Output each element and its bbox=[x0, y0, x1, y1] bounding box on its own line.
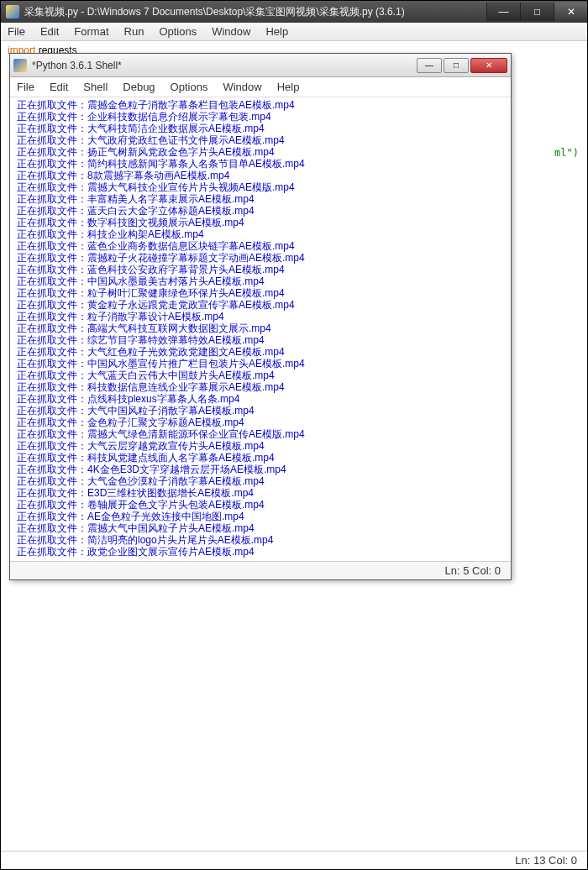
shell-menubar: FileEditShellDebugOptionsWindowHelp bbox=[10, 77, 511, 97]
output-line: 正在抓取文件：丰富精美人名字幕束展示AE模板.mp4 bbox=[17, 193, 504, 205]
shell-minimize-button[interactable]: — bbox=[417, 58, 442, 73]
output-prefix: 正在抓取文件： bbox=[17, 464, 87, 475]
output-line: 正在抓取文件：大气金色沙漠粒子消散字幕AE模板.mp4 bbox=[17, 475, 504, 487]
output-filename: 大气蓝天白云伟大中国鼓片头AE模板.mp4 bbox=[87, 369, 275, 381]
output-filename: AE金色粒子光效连接中国地图.mp4 bbox=[87, 511, 244, 522]
output-prefix: 正在抓取文件： bbox=[17, 193, 87, 205]
output-line: 正在抓取文件：震撼大气科技企业宣传片片头视频AE模版.mp4 bbox=[17, 181, 504, 193]
output-filename: 粒子树叶汇聚健康绿色环保片头AE模板.mp4 bbox=[87, 287, 285, 299]
output-line: 正在抓取文件：震撼大气中国风粒子片头AE模板.mp4 bbox=[17, 522, 504, 534]
output-prefix: 正在抓取文件： bbox=[17, 334, 87, 346]
output-line: 正在抓取文件：大气云层穿越党政宣传片头AE模板.mp4 bbox=[17, 440, 504, 452]
menu-window[interactable]: Window bbox=[212, 25, 250, 38]
output-line: 正在抓取文件：粒子树叶汇聚健康绿色环保片头AE模板.mp4 bbox=[17, 287, 504, 299]
shell-close-button[interactable]: ✕ bbox=[470, 58, 507, 73]
output-prefix: 正在抓取文件： bbox=[17, 358, 87, 369]
shell-cursor-position: Ln: 5 Col: 0 bbox=[445, 564, 501, 577]
shell-titlebar[interactable]: *Python 3.6.1 Shell* — □ ✕ bbox=[10, 54, 511, 77]
output-filename: 企业科技数据信息介绍展示字幕包装.mp4 bbox=[87, 111, 271, 123]
output-prefix: 正在抓取文件： bbox=[17, 252, 87, 264]
close-button[interactable]: ✕ bbox=[554, 3, 587, 21]
output-filename: 8款震撼字幕条动画AE模板.mp4 bbox=[87, 170, 229, 181]
shell-menu-shell[interactable]: Shell bbox=[83, 81, 108, 93]
output-filename: 蓝色科技公安政府字幕背景片头AE模板.mp4 bbox=[87, 264, 285, 275]
editor-partial-text: ml") bbox=[554, 147, 579, 159]
output-prefix: 正在抓取文件： bbox=[17, 134, 87, 146]
output-filename: 震撼大气中国风粒子片头AE模板.mp4 bbox=[87, 522, 255, 534]
shell-output-area[interactable]: 正在抓取文件：震撼金色粒子消散字幕条栏目包装AE模板.mp4正在抓取文件：企业科… bbox=[10, 97, 511, 561]
output-filename: 高端大气科技互联网大数据图文展示.mp4 bbox=[87, 322, 271, 334]
output-prefix: 正在抓取文件： bbox=[17, 205, 87, 217]
output-line: 正在抓取文件：蓝天白云大金字立体标题AE模板.mp4 bbox=[17, 205, 504, 217]
output-line: 正在抓取文件：简约科技感新闻字幕条人名条节目单AE模板.mp4 bbox=[17, 158, 504, 170]
output-prefix: 正在抓取文件： bbox=[17, 111, 87, 123]
output-filename: 震撼大气绿色清新能源环保企业宣传AE模版.mp4 bbox=[87, 428, 305, 440]
shell-menu-file[interactable]: File bbox=[17, 81, 34, 93]
menu-format[interactable]: Format bbox=[74, 25, 108, 38]
window-buttons: — □ ✕ bbox=[486, 3, 587, 21]
maximize-button[interactable]: □ bbox=[520, 3, 554, 21]
output-prefix: 正在抓取文件： bbox=[17, 322, 87, 334]
output-line: 正在抓取文件：大气政府党政红色证书文件展示AE模板.mp4 bbox=[17, 134, 504, 146]
output-prefix: 正在抓取文件： bbox=[17, 546, 87, 558]
menu-edit[interactable]: Edit bbox=[40, 25, 59, 38]
output-filename: 震撼粒子火花碰撞字幕标题文字动画AE模板.mp4 bbox=[87, 252, 305, 264]
output-line: 正在抓取文件：震撼金色粒子消散字幕条栏目包装AE模板.mp4 bbox=[17, 99, 504, 111]
python-shell-icon bbox=[13, 59, 27, 72]
shell-menu-help[interactable]: Help bbox=[277, 81, 300, 93]
output-line: 正在抓取文件：科技数据信息连线企业字幕展示AE模板.mp4 bbox=[17, 381, 504, 393]
output-filename: 震撼大气科技企业宣传片片头视频AE模版.mp4 bbox=[87, 181, 295, 193]
output-line: 正在抓取文件：AE金色粒子光效连接中国地图.mp4 bbox=[17, 511, 504, 522]
output-filename: E3D三维柱状图数据增长AE模板.mp4 bbox=[87, 487, 254, 499]
output-filename: 大气红色粒子光效党政党建图文AE模板.mp4 bbox=[87, 346, 285, 358]
menu-help[interactable]: Help bbox=[265, 25, 288, 38]
shell-menu-edit[interactable]: Edit bbox=[50, 81, 68, 93]
output-line: 正在抓取文件：震撼大气绿色清新能源环保企业宣传AE模版.mp4 bbox=[17, 428, 504, 440]
python-idle-icon bbox=[6, 5, 19, 18]
output-line: 正在抓取文件：蓝色企业商务数据信息区块链字幕AE模板.mp4 bbox=[17, 240, 504, 252]
output-prefix: 正在抓取文件： bbox=[17, 452, 87, 464]
output-filename: 大气科技简洁企业数据展示AE模板.mp4 bbox=[87, 123, 265, 134]
output-line: 正在抓取文件：大气科技简洁企业数据展示AE模板.mp4 bbox=[17, 123, 504, 134]
output-line: 正在抓取文件：金色粒子汇聚文字标题AE模板.mp4 bbox=[17, 417, 504, 428]
output-line: 正在抓取文件：卷轴展开金色文字片头包装AE模板.mp4 bbox=[17, 499, 504, 511]
output-filename: 简约科技感新闻字幕条人名条节目单AE模板.mp4 bbox=[87, 158, 305, 170]
output-prefix: 正在抓取文件： bbox=[17, 346, 87, 358]
output-line: 正在抓取文件：科技企业构架AE模板.mp4 bbox=[17, 228, 504, 240]
output-filename: 蓝色企业商务数据信息区块链字幕AE模板.mp4 bbox=[87, 240, 295, 252]
output-filename: 综艺节目字幕特效弹幕特效AE模板.mp4 bbox=[87, 334, 265, 346]
output-line: 正在抓取文件：中国风水墨宣传片推广栏目包装片头AE模板.mp4 bbox=[17, 358, 504, 369]
output-line: 正在抓取文件：中国风水墨最美古村落片头AE模板.mp4 bbox=[17, 275, 504, 287]
output-line: 正在抓取文件：粒子消散字幕设计AE模板.mp4 bbox=[17, 311, 504, 322]
output-filename: 震撼金色粒子消散字幕条栏目包装AE模板.mp4 bbox=[87, 99, 295, 111]
output-filename: 大气金色沙漠粒子消散字幕AE模板.mp4 bbox=[87, 475, 265, 487]
output-filename: 数字科技图文视频展示AE模板.mp4 bbox=[87, 217, 244, 228]
editor-titlebar[interactable]: 采集视频.py - D:\Windows 7 Documents\Desktop… bbox=[1, 1, 587, 23]
menu-options[interactable]: Options bbox=[159, 25, 197, 38]
output-line: 正在抓取文件：数字科技图文视频展示AE模板.mp4 bbox=[17, 217, 504, 228]
output-prefix: 正在抓取文件： bbox=[17, 158, 87, 170]
menu-file[interactable]: File bbox=[8, 25, 25, 38]
output-line: 正在抓取文件：扬正气树新风党政金色字片头AE模板.mp4 bbox=[17, 146, 504, 158]
output-prefix: 正在抓取文件： bbox=[17, 417, 87, 428]
output-prefix: 正在抓取文件： bbox=[17, 311, 87, 322]
output-filename: 政党企业图文展示宣传片AE模板.mp4 bbox=[87, 546, 255, 558]
output-filename: 扬正气树新风党政金色字片头AE模板.mp4 bbox=[87, 146, 275, 158]
minimize-button[interactable]: — bbox=[486, 3, 520, 21]
shell-menu-window[interactable]: Window bbox=[223, 81, 261, 93]
output-filename: 点线科技plexus字幕条人名条.mp4 bbox=[87, 393, 239, 405]
output-line: 正在抓取文件：综艺节目字幕特效弹幕特效AE模板.mp4 bbox=[17, 334, 504, 346]
output-line: 正在抓取文件：政党企业图文展示宣传片AE模板.mp4 bbox=[17, 546, 504, 558]
shell-menu-options[interactable]: Options bbox=[171, 81, 208, 93]
output-filename: 金色粒子汇聚文字标题AE模板.mp4 bbox=[87, 417, 244, 428]
shell-maximize-button[interactable]: □ bbox=[444, 58, 469, 73]
shell-menu-debug[interactable]: Debug bbox=[123, 81, 155, 93]
output-prefix: 正在抓取文件： bbox=[17, 534, 87, 546]
output-filename: 中国风水墨最美古村落片头AE模板.mp4 bbox=[87, 275, 265, 287]
menu-run[interactable]: Run bbox=[124, 25, 144, 38]
output-line: 正在抓取文件：大气中国风粒子消散字幕AE模板.mp4 bbox=[17, 405, 504, 417]
output-filename: 科技企业构架AE模板.mp4 bbox=[87, 228, 204, 240]
output-line: 正在抓取文件：点线科技plexus字幕条人名条.mp4 bbox=[17, 393, 504, 405]
shell-window: *Python 3.6.1 Shell* — □ ✕ FileEditShell… bbox=[9, 53, 512, 580]
output-prefix: 正在抓取文件： bbox=[17, 228, 87, 240]
